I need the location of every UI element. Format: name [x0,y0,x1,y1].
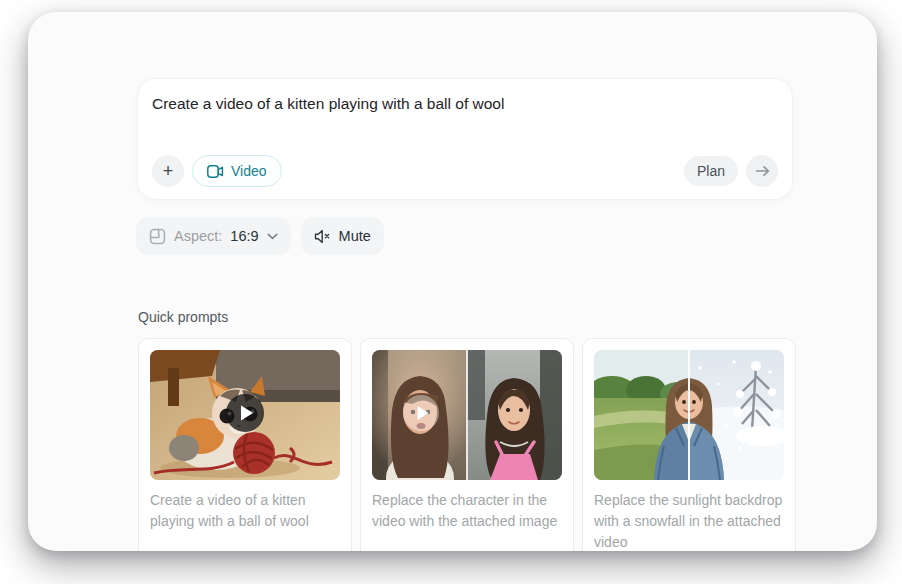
chevron-down-icon [267,233,278,240]
mute-toggle[interactable]: Mute [301,217,384,255]
add-attachment-button[interactable]: + [152,155,184,187]
quick-prompts-heading: Quick prompts [138,309,228,325]
prompt-composer: Create a video of a kitten playing with … [138,79,792,199]
quick-prompt-cards: Create a video of a kitten playing with … [138,338,796,551]
quick-prompt-card-character-swap[interactable]: Replace the character in the video with … [360,338,574,551]
plan-button[interactable]: Plan [684,156,738,186]
settings-toolbar: Aspect: 16:9 Mute [136,217,384,255]
aspect-ratio-selector[interactable]: Aspect: 16:9 [136,217,291,255]
aspect-ratio-icon [149,228,166,245]
aspect-value: 16:9 [230,228,258,244]
play-icon[interactable] [403,395,439,431]
snowfall-backdrop-thumbnail[interactable] [594,350,784,480]
quick-prompt-caption: Create a video of a kitten playing with … [150,490,340,532]
kitten-video-thumbnail[interactable] [150,350,340,480]
send-button[interactable] [746,155,778,187]
video-mode-label: Video [231,163,267,179]
main-panel: Create a video of a kitten playing with … [28,12,877,551]
quick-prompt-card-snowfall[interactable]: Replace the sunlight backdrop with a sno… [582,338,796,551]
aspect-label: Aspect: [174,228,222,244]
video-camera-icon [207,165,224,178]
video-mode-button[interactable]: Video [192,155,282,187]
prompt-input[interactable]: Create a video of a kitten playing with … [152,93,778,115]
character-swap-thumbnail[interactable] [372,350,562,480]
arrow-right-icon [755,165,770,177]
play-icon[interactable] [226,394,264,432]
plus-icon: + [163,162,174,180]
quick-prompt-caption: Replace the character in the video with … [372,490,562,532]
composer-controls: + Video Plan [152,155,778,187]
speaker-muted-icon [314,229,331,244]
quick-prompt-card-kitten[interactable]: Create a video of a kitten playing with … [138,338,352,551]
mute-label: Mute [339,228,371,244]
quick-prompt-caption: Replace the sunlight backdrop with a sno… [594,490,784,551]
